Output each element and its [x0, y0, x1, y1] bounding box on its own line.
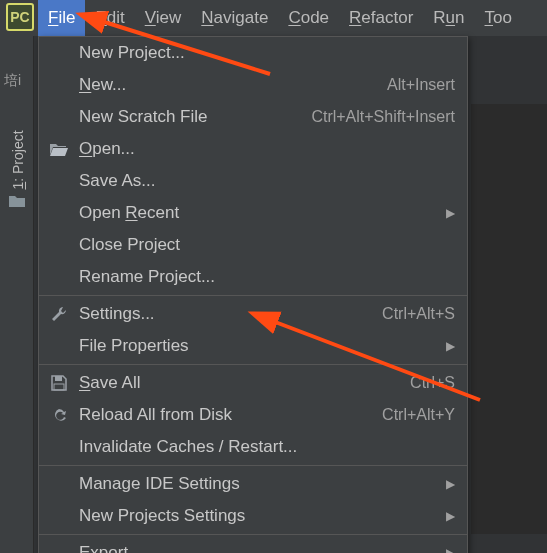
shortcut-text: Ctrl+S: [410, 374, 455, 392]
shortcut-text: Ctrl+Alt+S: [382, 305, 455, 323]
menu-bar: File Edit View Navigate Code Refactor Ru…: [38, 0, 547, 36]
app-icon-text: PC: [10, 9, 29, 25]
wrench-icon: [49, 304, 69, 324]
file-dropdown-menu: New Project... New...Alt+Insert New Scra…: [38, 36, 468, 553]
ide-window: PC File Edit View Navigate Code Refactor…: [0, 0, 547, 553]
menu-edit[interactable]: Edit: [85, 0, 134, 36]
folder-icon: [8, 194, 26, 208]
menu-navigate[interactable]: Navigate: [191, 0, 278, 36]
save-icon: [49, 373, 69, 393]
submenu-arrow-icon: ▶: [446, 339, 455, 353]
menu-item-new-projects-settings[interactable]: New Projects Settings▶: [39, 500, 467, 532]
menu-item-label: Save All: [79, 373, 410, 393]
menu-item-label: New...: [79, 75, 387, 95]
menu-item-reload[interactable]: Reload All from DiskCtrl+Alt+Y: [39, 399, 467, 431]
menu-item-close-project[interactable]: Close Project: [39, 229, 467, 261]
menu-code[interactable]: Code: [278, 0, 339, 36]
menu-item-export[interactable]: Export▶: [39, 537, 467, 553]
menu-view[interactable]: View: [135, 0, 192, 36]
submenu-arrow-icon: ▶: [446, 509, 455, 523]
submenu-arrow-icon: ▶: [446, 206, 455, 220]
menu-item-label: New Project...: [79, 43, 455, 63]
background-panel: [471, 104, 547, 534]
menu-item-save-as[interactable]: Save As...: [39, 165, 467, 197]
menu-separator: [39, 364, 467, 365]
submenu-arrow-icon: ▶: [446, 546, 455, 553]
menu-item-label: Close Project: [79, 235, 455, 255]
menu-item-label: New Projects Settings: [79, 506, 446, 526]
menu-tools[interactable]: Too: [475, 0, 522, 36]
menu-item-manage-ide[interactable]: Manage IDE Settings▶: [39, 468, 467, 500]
menu-item-label: Save As...: [79, 171, 455, 191]
menu-item-open-recent[interactable]: Open Recent▶: [39, 197, 467, 229]
menu-item-new-scratch[interactable]: New Scratch FileCtrl+Alt+Shift+Insert: [39, 101, 467, 133]
menu-item-label: Open...: [79, 139, 455, 159]
menu-separator: [39, 295, 467, 296]
app-icon: PC: [6, 3, 34, 31]
svg-rect-0: [55, 376, 62, 381]
menu-item-file-properties[interactable]: File Properties▶: [39, 330, 467, 362]
reload-icon: [49, 405, 69, 425]
menu-item-label: Settings...: [79, 304, 382, 324]
menu-item-label: Invalidate Caches / Restart...: [79, 437, 455, 457]
menu-item-rename-project[interactable]: Rename Project...: [39, 261, 467, 293]
project-tool-tab[interactable]: 1: Project: [0, 106, 34, 226]
submenu-arrow-icon: ▶: [446, 477, 455, 491]
menu-item-save-all[interactable]: Save AllCtrl+S: [39, 367, 467, 399]
menu-item-label: File Properties: [79, 336, 446, 356]
shortcut-text: Ctrl+Alt+Shift+Insert: [311, 108, 455, 126]
menu-item-label: Rename Project...: [79, 267, 455, 287]
menu-item-invalidate[interactable]: Invalidate Caches / Restart...: [39, 431, 467, 463]
left-sidebar: 培i 1: Project: [0, 36, 34, 553]
shortcut-text: Ctrl+Alt+Y: [382, 406, 455, 424]
menu-item-new-project[interactable]: New Project...: [39, 37, 467, 69]
sidebar-truncated-text: 培i: [4, 72, 21, 90]
menu-item-label: Reload All from Disk: [79, 405, 382, 425]
menu-file[interactable]: File: [38, 0, 85, 36]
menu-item-label: Export: [79, 543, 446, 553]
folder-open-icon: [49, 139, 69, 159]
menu-separator: [39, 465, 467, 466]
menu-item-settings[interactable]: Settings...Ctrl+Alt+S: [39, 298, 467, 330]
menu-separator: [39, 534, 467, 535]
shortcut-text: Alt+Insert: [387, 76, 455, 94]
svg-rect-1: [54, 384, 64, 390]
menu-item-label: Manage IDE Settings: [79, 474, 446, 494]
menu-item-label: New Scratch File: [79, 107, 311, 127]
menu-refactor[interactable]: Refactor: [339, 0, 423, 36]
menu-item-open[interactable]: Open...: [39, 133, 467, 165]
menu-item-label: Open Recent: [79, 203, 446, 223]
menu-item-new[interactable]: New...Alt+Insert: [39, 69, 467, 101]
menu-run[interactable]: Run: [423, 0, 474, 36]
